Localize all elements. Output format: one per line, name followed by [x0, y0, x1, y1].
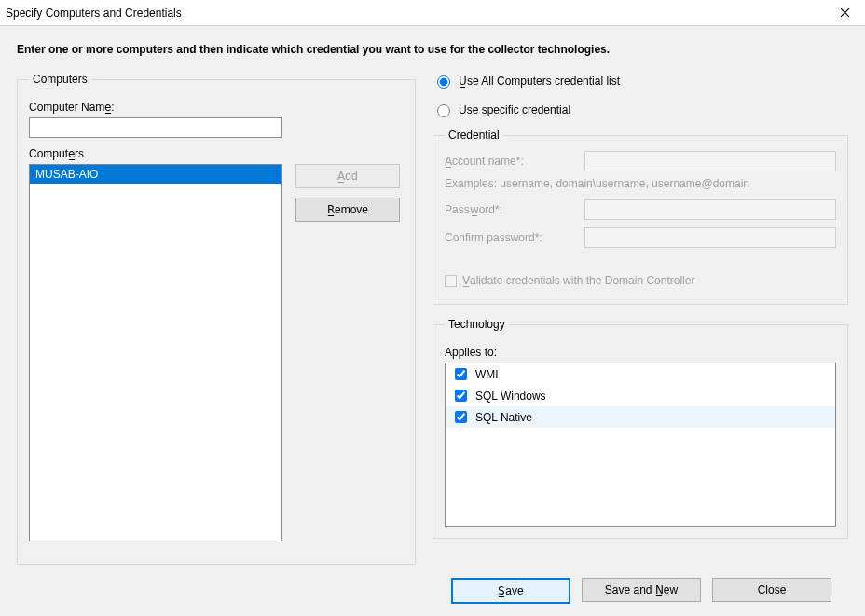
confirm-password-input — [584, 227, 836, 248]
account-name-input — [584, 151, 836, 171]
technology-checkbox[interactable] — [455, 390, 467, 402]
technology-item[interactable]: WMI — [446, 363, 835, 385]
computers-legend: Computers — [29, 73, 91, 86]
validate-checkbox-row: V̲alidate credentials with the Domain Co… — [445, 274, 836, 287]
radio-use-specific[interactable]: Use specific credential — [432, 102, 848, 117]
close-icon[interactable] — [824, 0, 865, 26]
radio-use-all-label: U̲se All Computers credential list — [459, 75, 620, 88]
applies-to-label: Applies to: — [445, 346, 836, 359]
technology-label: SQL Windows — [475, 390, 546, 403]
technology-group: Technology Applies to: WMISQL WindowsSQL… — [432, 318, 848, 539]
technology-checkbox[interactable] — [455, 411, 467, 423]
radio-use-all-input[interactable] — [437, 75, 450, 89]
confirm-password-label: Confirm password*: — [445, 231, 575, 244]
account-name-label: A̲ccount name*: — [445, 155, 575, 168]
radio-use-specific-label: Use specific credential — [459, 103, 570, 116]
technology-legend: Technology — [445, 318, 509, 331]
examples-hint: Examples: username, domain\username, use… — [445, 177, 836, 190]
computers-group: Computers Computer Name̲: Compute̲rs MUS… — [17, 73, 416, 565]
technology-label: WMI — [475, 368, 499, 381]
technology-item[interactable]: SQL Native — [446, 406, 835, 428]
computers-listbox[interactable]: MUSAB-AIO — [29, 164, 282, 541]
save-button[interactable]: S̲ave — [451, 578, 570, 604]
technology-label: SQL Native — [475, 411, 532, 424]
computer-name-label: Computer Name̲: — [29, 101, 404, 114]
validate-checkbox — [445, 275, 457, 287]
password-label: Passw̲ord*: — [445, 203, 575, 216]
password-input — [584, 199, 836, 220]
radio-use-specific-input[interactable] — [437, 104, 450, 117]
technology-listbox[interactable]: WMISQL WindowsSQL Native — [445, 363, 836, 527]
remove-button[interactable]: R̲emove — [295, 198, 400, 222]
credential-legend: Credential — [445, 129, 503, 142]
titlebar: Specify Computers and Credentials — [0, 0, 865, 26]
technology-checkbox[interactable] — [455, 368, 467, 380]
computer-name-input[interactable] — [29, 117, 282, 138]
radio-use-all[interactable]: U̲se All Computers credential list — [432, 73, 848, 89]
add-button[interactable]: A̲dd — [295, 164, 400, 188]
window-title: Specify Computers and Credentials — [6, 7, 182, 20]
instruction-text: Enter one or more computers and then ind… — [17, 43, 848, 56]
list-item[interactable]: MUSAB-AIO — [30, 165, 281, 184]
close-button[interactable]: Close — [712, 578, 831, 602]
technology-item[interactable]: SQL Windows — [446, 385, 835, 406]
credential-group: Credential A̲ccount name*: Examples: use… — [432, 129, 848, 305]
computers-list-label: Compute̲rs — [29, 147, 404, 160]
validate-label: V̲alidate credentials with the Domain Co… — [462, 274, 694, 287]
save-and-new-button[interactable]: Save and N̲ew — [582, 578, 701, 602]
